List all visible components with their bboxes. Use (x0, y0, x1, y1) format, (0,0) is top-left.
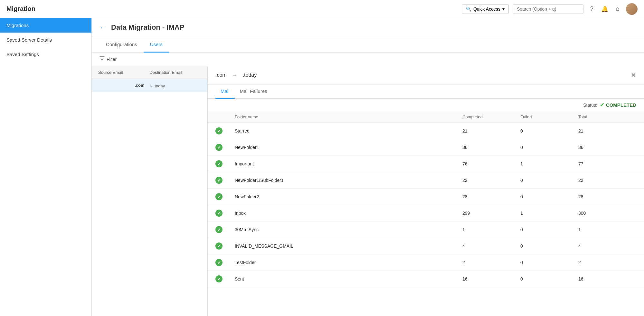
close-button[interactable]: ✕ (631, 71, 636, 79)
check-icon: ✔ (215, 144, 223, 151)
check-icon: ✔ (215, 210, 223, 217)
total-count: 21 (578, 128, 636, 133)
table-header: Folder name Completed Failed Total (208, 111, 644, 123)
tab-configurations[interactable]: Configurations (99, 37, 144, 53)
back-arrow-icon: ← (99, 24, 106, 31)
dest-email-display: .today (243, 72, 257, 78)
row-status-icon: ✔ (215, 193, 235, 200)
filter-label: Filter (107, 57, 117, 62)
detail-tabs: Mail Mail Failures (208, 84, 644, 99)
folder-name: Inbox (235, 211, 462, 216)
check-icon: ✔ (215, 226, 223, 233)
filter-bar: Filter (92, 53, 644, 66)
dest-email-header: Destination Email (150, 70, 201, 75)
detail-header: .com → .today ✕ (208, 66, 644, 84)
search-input[interactable] (513, 4, 583, 14)
check-icon: ✔ (215, 160, 223, 167)
user-list-item[interactable]: .com ↳ today (92, 79, 207, 92)
total-count: 16 (578, 276, 636, 281)
check-icon: ✔ (600, 102, 604, 108)
filter-button[interactable]: Filter (99, 56, 117, 62)
failed-count: 0 (520, 128, 578, 133)
source-email-display: .com (215, 72, 227, 78)
completed-count: 2 (462, 260, 520, 265)
user-dest-email: ↳ today (150, 82, 201, 88)
tab-mail[interactable]: Mail (215, 84, 235, 99)
table-body: ✔ Starred 21 0 21 ✔ NewFolder1 36 0 36 ✔… (208, 123, 644, 287)
main-layout: Migrations Saved Server Details Saved Se… (0, 18, 644, 316)
row-status-icon: ✔ (215, 259, 235, 266)
folder-name: Starred (235, 128, 462, 133)
sidebar-item-saved-server-details[interactable]: Saved Server Details (0, 33, 91, 47)
table-row: ✔ NewFolder2 28 0 28 (208, 189, 644, 205)
check-icon: ✔ (215, 193, 223, 200)
col-header-failed: Failed (520, 114, 578, 119)
failed-count: 1 (520, 161, 578, 166)
table-row: ✔ INVALID_MESSAGE_GMAIL 4 0 4 (208, 238, 644, 254)
sidebar-item-saved-settings[interactable]: Saved Settings (0, 47, 91, 62)
check-icon: ✔ (215, 177, 223, 184)
migration-title: Data Migration - IMAP (111, 23, 184, 32)
folder-name: TestFolder (235, 260, 462, 265)
user-avatar[interactable] (626, 3, 638, 15)
completed-count: 299 (462, 211, 520, 216)
total-count: 2 (578, 260, 636, 265)
table-row: ✔ Inbox 299 1 300 (208, 205, 644, 222)
completed-count: 21 (462, 128, 520, 133)
bell-icon[interactable]: 🔔 (600, 5, 609, 14)
check-icon: ✔ (215, 259, 223, 266)
completed-count: 22 (462, 178, 520, 183)
failed-count: 0 (520, 243, 578, 249)
source-email-header: Source Email (98, 70, 150, 75)
home-icon[interactable]: ⌂ (613, 5, 622, 14)
row-status-icon: ✔ (215, 242, 235, 250)
completed-count: 1 (462, 227, 520, 232)
completed-count: 4 (462, 243, 520, 249)
panels: Source Email Destination Email .com ↳ to… (92, 66, 644, 316)
total-count: 300 (578, 211, 636, 216)
failed-count: 0 (520, 260, 578, 265)
top-header: Migration 🔍 Quick Access ▾ ? 🔔 ⌂ (0, 0, 644, 18)
folder-name: Important (235, 161, 462, 166)
search-icon: 🔍 (466, 6, 471, 12)
failed-count: 0 (520, 145, 578, 150)
failed-count: 1 (520, 211, 578, 216)
tab-mail-failures[interactable]: Mail Failures (235, 84, 272, 99)
total-count: 28 (578, 194, 636, 199)
folder-name: NewFolder2 (235, 194, 462, 199)
row-status-icon: ✔ (215, 160, 235, 167)
quick-access-button[interactable]: 🔍 Quick Access ▾ (462, 4, 509, 14)
back-button[interactable]: ← (99, 24, 106, 31)
row-status-icon: ✔ (215, 144, 235, 151)
content-area: ← Data Migration - IMAP Configurations U… (92, 18, 644, 316)
row-status-icon: ✔ (215, 226, 235, 233)
status-bar: Status: ✔ COMPLETED (208, 99, 644, 111)
failed-count: 0 (520, 227, 578, 232)
status-value: COMPLETED (606, 102, 636, 108)
avatar-image (626, 3, 638, 15)
check-icon: ✔ (215, 242, 223, 250)
tab-users[interactable]: Users (144, 37, 169, 53)
row-status-icon: ✔ (215, 177, 235, 184)
table-row: ✔ Starred 21 0 21 (208, 123, 644, 139)
completed-count: 36 (462, 145, 520, 150)
dest-arrow-icon: ↳ (150, 84, 153, 88)
table-row: ✔ TestFolder 2 0 2 (208, 254, 644, 271)
completed-count: 28 (462, 194, 520, 199)
sidebar: Migrations Saved Server Details Saved Se… (0, 18, 92, 316)
row-status-icon: ✔ (215, 275, 235, 282)
table-row: ✔ NewFolder1 36 0 36 (208, 139, 644, 156)
migration-tabs-bar: Configurations Users (92, 37, 644, 53)
sidebar-item-label: Saved Settings (6, 52, 39, 57)
check-icon: ✔ (215, 275, 223, 282)
user-panel: Source Email Destination Email .com ↳ to… (92, 66, 208, 316)
sidebar-item-migrations[interactable]: Migrations (0, 18, 91, 33)
chevron-down-icon: ▾ (502, 6, 505, 12)
col-header-total: Total (578, 114, 636, 119)
filter-icon (99, 56, 105, 62)
help-icon[interactable]: ? (587, 5, 596, 14)
completed-count: 76 (462, 161, 520, 166)
failed-count: 0 (520, 276, 578, 281)
sidebar-item-label: Migrations (6, 23, 29, 28)
user-list-header: Source Email Destination Email (92, 66, 207, 79)
